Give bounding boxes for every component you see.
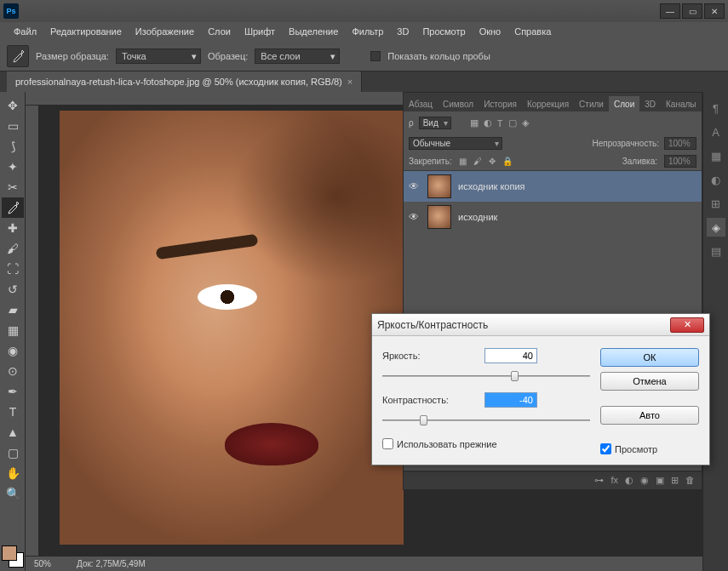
tab-history[interactable]: История: [479, 96, 522, 111]
blur-tool[interactable]: ◉: [2, 340, 24, 361]
tab-3d[interactable]: 3D: [639, 96, 661, 111]
dodge-tool[interactable]: ⊙: [2, 361, 24, 381]
swatches-panel-icon[interactable]: ▦: [707, 146, 725, 165]
layer-fx-icon[interactable]: fx: [610, 475, 618, 486]
menu-help[interactable]: Справка: [507, 24, 558, 39]
window-maximize-button[interactable]: ▭: [682, 3, 702, 19]
window-minimize-button[interactable]: —: [660, 3, 680, 19]
eyedropper-tool-icon[interactable]: [7, 45, 29, 67]
tab-character[interactable]: Символ: [438, 96, 479, 111]
color-panel-icon[interactable]: ◐: [707, 170, 725, 189]
auto-button[interactable]: Авто: [600, 406, 699, 425]
menu-select[interactable]: Выделение: [282, 24, 345, 39]
brightness-input[interactable]: [484, 348, 537, 363]
tab-paragraph[interactable]: Абзац: [404, 96, 438, 111]
filter-shape-icon[interactable]: ▢: [508, 117, 517, 128]
zoom-tool[interactable]: 🔍: [2, 483, 24, 504]
menu-image[interactable]: Изображение: [129, 24, 201, 39]
filter-pixel-icon[interactable]: ▦: [470, 117, 479, 128]
gradient-tool[interactable]: ▦: [2, 320, 24, 340]
layer-visibility-icon[interactable]: 👁: [409, 180, 421, 192]
lock-all-icon[interactable]: 🔒: [502, 157, 513, 166]
lock-pixels-icon[interactable]: ▦: [459, 157, 467, 166]
dialog-close-button[interactable]: ✕: [670, 317, 704, 333]
channels-panel-icon[interactable]: ▤: [707, 242, 725, 260]
layer-row[interactable]: 👁 исходник копия: [404, 171, 702, 202]
lock-paint-icon[interactable]: 🖌: [473, 157, 482, 166]
menu-filter[interactable]: Фильтр: [345, 24, 390, 39]
path-select-tool[interactable]: ▲: [2, 422, 24, 443]
contrast-input[interactable]: [484, 392, 537, 408]
document-tab-active[interactable]: professionalnaya-retush-lica-v-fotoshope…: [7, 71, 362, 92]
blend-mode-select[interactable]: Обычные: [409, 137, 502, 150]
zoom-level[interactable]: 50%: [34, 559, 51, 568]
layer-visibility-icon[interactable]: 👁: [409, 211, 421, 223]
filter-smart-icon[interactable]: ◈: [522, 117, 529, 128]
shape-tool[interactable]: ▢: [2, 443, 24, 463]
eraser-tool[interactable]: ▰: [2, 300, 24, 320]
layer-thumbnail[interactable]: [427, 205, 451, 229]
layer-thumbnail[interactable]: [427, 174, 451, 198]
window-close-button[interactable]: ✕: [704, 3, 725, 19]
menu-3d[interactable]: 3D: [390, 24, 416, 39]
hand-tool[interactable]: ✋: [2, 463, 24, 483]
fill-value[interactable]: 100%: [664, 155, 696, 168]
new-layer-icon[interactable]: ⊞: [671, 475, 679, 486]
healing-brush-tool[interactable]: ✚: [2, 218, 24, 238]
tab-adjustments[interactable]: Коррекция: [522, 96, 574, 111]
layer-name[interactable]: исходник: [458, 212, 497, 222]
filter-type-icon[interactable]: T: [497, 118, 503, 128]
delete-layer-icon[interactable]: 🗑: [685, 475, 695, 486]
contrast-slider[interactable]: [382, 413, 590, 428]
cancel-button[interactable]: Отмена: [600, 372, 699, 391]
layer-row[interactable]: 👁 исходник: [404, 202, 702, 232]
eyedropper-tool[interactable]: [2, 197, 24, 218]
tab-styles[interactable]: Стили: [574, 96, 609, 111]
layer-name[interactable]: исходник копия: [458, 181, 525, 191]
layer-mask-icon[interactable]: ◐: [625, 475, 633, 486]
pen-tool[interactable]: ✒: [2, 381, 24, 402]
document-canvas[interactable]: [60, 111, 404, 545]
layer-filter-select[interactable]: Вид: [419, 117, 451, 129]
marquee-tool[interactable]: ▭: [2, 116, 24, 136]
character-panel-icon[interactable]: A: [707, 123, 725, 141]
use-legacy-checkbox[interactable]: [382, 438, 393, 449]
foreground-color-swatch[interactable]: [2, 545, 17, 561]
color-swatches[interactable]: [2, 545, 24, 568]
paragraph-panel-icon[interactable]: ¶: [707, 99, 725, 117]
brush-tool[interactable]: 🖌: [2, 238, 24, 259]
dialog-titlebar[interactable]: Яркость/Контрастность ✕: [372, 314, 709, 336]
adjustments-panel-icon[interactable]: ⊞: [707, 194, 725, 213]
move-tool[interactable]: ✥: [2, 95, 24, 116]
tab-channels[interactable]: Каналы: [661, 96, 702, 111]
ok-button[interactable]: ОК: [600, 348, 699, 367]
type-tool[interactable]: T: [2, 402, 24, 422]
filter-adjust-icon[interactable]: ◐: [484, 117, 492, 128]
opacity-value[interactable]: 100%: [664, 137, 696, 150]
sample-size-label: Размер образца:: [36, 51, 109, 61]
menu-type[interactable]: Шрифт: [238, 24, 282, 39]
tab-layers[interactable]: Слои: [609, 96, 639, 111]
menu-file[interactable]: Файл: [7, 24, 43, 39]
brightness-slider[interactable]: [382, 368, 590, 384]
magic-wand-tool[interactable]: ✦: [2, 157, 24, 177]
menu-window[interactable]: Окно: [473, 24, 508, 39]
menu-layers[interactable]: Слои: [201, 24, 238, 39]
tab-close-icon[interactable]: ×: [347, 77, 353, 87]
clone-stamp-tool[interactable]: ⛶: [2, 259, 24, 279]
lasso-tool[interactable]: ⟆: [2, 136, 24, 157]
show-ring-checkbox[interactable]: [370, 51, 381, 61]
menu-edit[interactable]: Редактирование: [43, 24, 129, 39]
sample-size-select[interactable]: Точка: [116, 49, 201, 64]
ruler-vertical[interactable]: [26, 106, 39, 556]
menu-view[interactable]: Просмотр: [416, 24, 472, 39]
adjustment-layer-icon[interactable]: ◉: [640, 475, 649, 486]
link-layers-icon[interactable]: ⊶: [594, 475, 604, 486]
history-brush-tool[interactable]: ↺: [2, 279, 24, 300]
group-icon[interactable]: ▣: [656, 475, 664, 486]
crop-tool[interactable]: ✂: [2, 177, 24, 197]
layers-panel-icon[interactable]: ◈: [707, 218, 725, 237]
lock-position-icon[interactable]: ✥: [489, 157, 496, 166]
preview-checkbox[interactable]: [600, 443, 611, 454]
sample-select[interactable]: Все слои: [255, 49, 340, 64]
